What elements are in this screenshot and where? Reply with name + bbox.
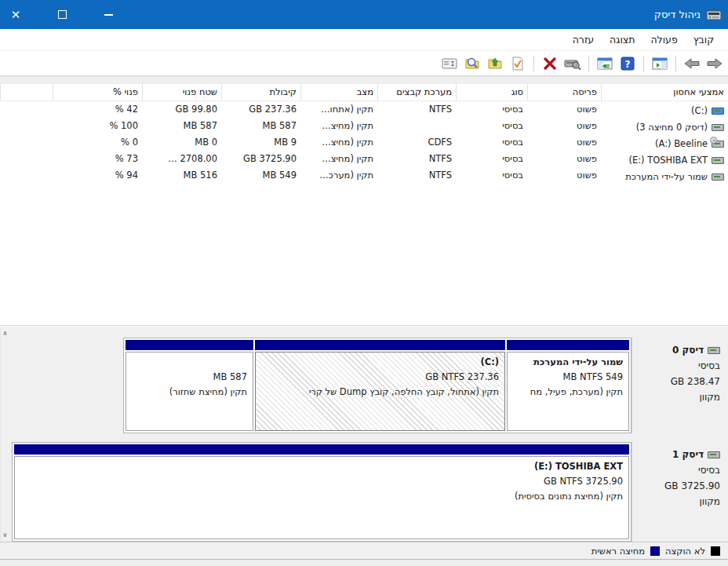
volume-disk-icon: [711, 172, 724, 181]
disk-size: GB 238.47: [635, 374, 720, 389]
table-row[interactable]: (A:) Beeline פשוט בסיסי CDFS תקין (מחיצ……: [0, 134, 728, 151]
disk-graphical-view: ∧ ∨ דיסק 0 בסיסי GB 238.47 מקוון שמור על…: [0, 327, 728, 566]
partition-c[interactable]: (C:) GB NTFS 237.36 תקין (אתחול, קובץ הח…: [255, 340, 505, 431]
volume-cd-icon: [711, 139, 724, 148]
maximize-button[interactable]: [46, 0, 78, 29]
disk1-partitions: (E:) TOSHIBA EXT GB NTFS 3725.90 תקין (מ…: [12, 442, 632, 542]
partition-color-bar: [126, 340, 253, 350]
delete-icon[interactable]: [540, 54, 560, 73]
toolbar-gap: [0, 76, 728, 83]
show-action-pane-icon[interactable]: [650, 54, 670, 73]
partition-size: MB 587: [129, 370, 247, 385]
legend-primary-swatch: [650, 546, 660, 556]
find-icon[interactable]: [462, 54, 482, 73]
menu-view[interactable]: תצוגה: [602, 31, 642, 49]
minimize-button[interactable]: [93, 0, 124, 29]
toolbar: ?: [0, 51, 728, 76]
legend-unallocated-label: לא הוקצה: [665, 546, 705, 557]
legend-unallocated-swatch: [711, 546, 720, 556]
menu-bar: קובץ פעולה תצוגה עזרה: [0, 29, 728, 51]
partition-recovery[interactable]: MB 587 תקין (מחיצת שחזור): [126, 340, 253, 431]
disk0-label[interactable]: דיסק 0 בסיסי GB 238.47 מקוון: [632, 338, 728, 433]
help-icon[interactable]: ?: [617, 54, 638, 73]
menu-file[interactable]: קובץ: [686, 31, 722, 49]
volume-list-header: אמצעי אחסון פריסה סוג מערכת קבצים מצב קי…: [0, 83, 728, 101]
header-blank: [0, 84, 53, 100]
header-volume[interactable]: אמצעי אחסון: [601, 84, 728, 100]
toolbar-separator: [588, 56, 589, 71]
partition-size: GB NTFS 237.36: [259, 370, 499, 385]
disk-type: בסיסי: [635, 462, 720, 478]
partition-color-bar: [255, 340, 505, 350]
partition-title: (C:): [259, 355, 499, 370]
volume-name: שמור על-ידי המערכת: [625, 171, 708, 182]
header-type[interactable]: סוג: [456, 84, 527, 100]
disk-drive-icon: [707, 346, 720, 355]
disk-type: בסיסי: [635, 358, 720, 374]
header-file-system[interactable]: מערכת קבצים: [377, 84, 456, 100]
volume-name: (דיסק 0 מחיצה 3): [636, 122, 708, 133]
header-layout[interactable]: פריסה: [527, 84, 601, 100]
menu-action[interactable]: פעולה: [642, 31, 685, 49]
back-icon[interactable]: [682, 54, 702, 73]
toolbar-separator: [533, 56, 534, 71]
window-title: ניהול דיסק: [654, 9, 701, 20]
partition-status: תקין (מחיצת נתונים בסיסית): [18, 489, 623, 504]
partition-size: MB NTFS 549: [511, 370, 623, 385]
header-capacity[interactable]: קיבולת: [221, 84, 300, 100]
partition-size: GB NTFS 3725.90: [18, 474, 623, 489]
volume-disk-icon: [711, 106, 724, 115]
disk-state: מקוון: [635, 389, 720, 405]
partition-title: שמור על-ידי המערכת: [511, 355, 623, 370]
volume-name: (C:): [691, 105, 708, 116]
header-percent-free[interactable]: פנוי %: [53, 84, 142, 100]
table-row[interactable]: שמור על-ידי המערכת פשוט בסיסי NTFS תקין …: [0, 167, 728, 184]
disk-state: מקוון: [635, 494, 720, 509]
partition-title: [129, 355, 247, 370]
volume-name: (A:) Beeline: [655, 138, 708, 149]
explore-icon[interactable]: [562, 54, 583, 73]
vertical-scrollbar[interactable]: ∧ ∨: [0, 327, 9, 542]
volume-list: אמצעי אחסון פריסה סוג מערכת קבצים מצב קי…: [0, 83, 728, 325]
partition-color-bar: [14, 444, 629, 455]
menu-help[interactable]: עזרה: [565, 31, 602, 49]
disk-management-app-icon: [706, 9, 722, 21]
legend: לא הוקצה מחיצה ראשית: [0, 542, 728, 559]
toolbar-separator: [643, 56, 644, 71]
partition-title: (E:) TOSHIBA EXT: [18, 459, 623, 474]
svg-text:?: ?: [625, 58, 631, 69]
disk0-partitions: שמור על-ידי המערכת MB NTFS 549 תקין (מער…: [123, 338, 632, 433]
disk1-label[interactable]: דיסק 1 בסיסי GB 3725.90 מקוון: [632, 442, 728, 542]
table-row[interactable]: (דיסק 0 מחיצה 3) פשוט בסיסי תקין (מחיצ… …: [0, 118, 728, 134]
volume-name: (E:) TOSHIBA EXT: [628, 155, 708, 166]
scroll-up-icon[interactable]: ∧: [1, 329, 9, 338]
partition-e[interactable]: (E:) TOSHIBA EXT GB NTFS 3725.90 תקין (מ…: [14, 444, 629, 539]
forward-icon[interactable]: [704, 54, 725, 73]
toolbar-separator: [675, 56, 676, 71]
header-status[interactable]: מצב: [300, 84, 377, 100]
disk-name: דיסק 1: [672, 447, 704, 462]
partition-color-bar: [507, 340, 629, 350]
partition-status: תקין (מערכת, פעיל, מח: [511, 385, 623, 400]
commit-icon[interactable]: [508, 54, 528, 73]
volume-disk-icon: [711, 122, 724, 132]
partition-status: תקין (אתחול, קובץ החלפה, קובץ Dump של קר…: [259, 385, 499, 400]
display-options-icon[interactable]: [439, 54, 460, 73]
volume-disk-icon: [711, 155, 724, 165]
table-row[interactable]: (E:) TOSHIBA EXT פשוט בסיסי NTFS תקין (מ…: [0, 151, 728, 167]
disk-size: GB 3725.90: [635, 478, 720, 494]
table-row[interactable]: (C:) פשוט בסיסי NTFS תקין (אתחו… GB 237.…: [0, 101, 728, 118]
partition-system-reserved[interactable]: שמור על-ידי המערכת MB NTFS 549 תקין (מער…: [507, 340, 629, 431]
disk-drive-icon: [707, 451, 720, 459]
up-level-icon[interactable]: [485, 54, 505, 73]
header-free-space[interactable]: שטח פנוי: [142, 84, 221, 100]
show-console-tree-icon[interactable]: [595, 54, 615, 73]
disk-name: דיסק 0: [672, 342, 704, 358]
close-button[interactable]: ✕: [0, 0, 31, 29]
status-bar: [0, 559, 728, 566]
legend-primary-label: מחיצה ראשית: [592, 546, 645, 557]
partition-status: תקין (מחיצת שחזור): [129, 385, 247, 400]
scroll-down-icon[interactable]: ∨: [1, 531, 9, 540]
title-bar: ניהול דיסק ✕: [0, 0, 728, 29]
